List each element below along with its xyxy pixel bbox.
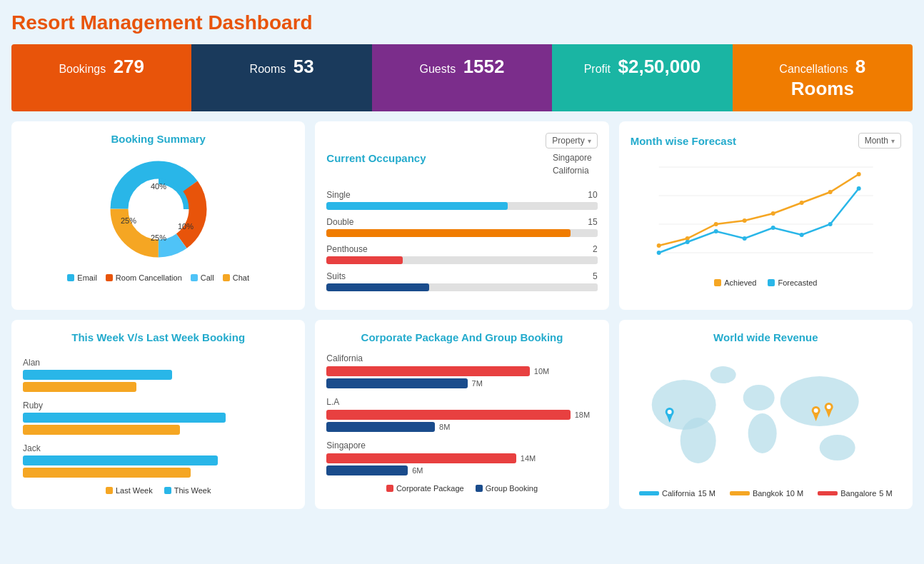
donut-legend: Email Room Cancellation Call Chat [67,273,249,282]
svg-point-20 [856,172,860,176]
world-legend-bangkok-city: Bangkok [753,489,783,498]
corp-california-corp-bar [326,366,529,376]
donut-chart: 40% 25% 10% 25% [101,152,216,266]
svg-point-31 [743,385,774,411]
legend-dot-thisweek [164,487,171,494]
week-booking-title: This Week V/s Last Week Booking [23,331,293,343]
forecast-header: Month wise Forecast Month ▾ [631,133,901,148]
legend-dot-chat [223,274,230,281]
week-lastweek-jack [23,468,191,478]
bar-suits: Suits 5 [326,271,597,291]
week-lastweek-alan [23,382,136,392]
legend-label-chat: Chat [233,273,249,282]
week-thisweek-jack [23,455,218,465]
occupancy-header: Current Occupancy Property ▾ Singapore C… [326,133,597,183]
svg-point-33 [780,376,858,426]
legend-label-group: Group Booking [486,484,538,493]
kpi-rooms: Rooms 53 [191,44,371,111]
svg-point-27 [828,222,832,226]
svg-point-15 [713,222,718,226]
legend-thisweek: This Week [164,486,211,495]
legend-forecasted: Forecasted [768,278,817,287]
world-legend-california-city: California [662,489,695,498]
week-row-jack: Jack [23,443,293,478]
chevron-down-icon-month: ▾ [891,137,895,145]
donut-container: 40% 25% 10% 25% Email Room Cancellation [23,152,293,282]
svg-point-38 [667,410,671,414]
corp-california-corp-value: 10M [534,367,549,376]
svg-point-24 [742,236,746,241]
corp-la-corp-row: 18M [326,410,597,420]
world-legend-bangalore-city: Bangalore [840,489,876,498]
corp-la-group-value: 8M [439,423,450,431]
corporate-card: Corporate Package And Group Booking Cali… [315,320,608,509]
occupancy-title: Current Occupancy [326,152,426,164]
world-legend-bangkok: Bangkok 10 M [730,489,803,498]
corp-la-group-bar [326,422,435,432]
bar-single-label: Single [326,190,350,200]
bar-double-label: Double [326,217,353,227]
kpi-guests: Guests 1552 [372,44,552,111]
svg-point-22 [685,240,689,244]
legend-achieved: Achieved [714,278,756,287]
corp-la-corp-value: 18M [575,411,590,419]
kpi-profit-value: $2,50,000 [618,56,700,77]
corp-la: L.A 18M 8M [326,397,597,432]
kpi-bookings: Bookings 279 [11,44,191,111]
bar-suits-track [326,283,597,291]
bar-single-value: 10 [588,190,597,200]
bar-suits-value: 5 [593,271,598,281]
bar-suits-fill [326,283,429,291]
svg-point-4 [134,184,184,234]
corp-california-corp-row: 10M [326,366,597,376]
svg-point-21 [656,251,661,255]
occupancy-bars: Single 10 Double 15 [326,190,597,291]
world-legend-bar-california [639,491,659,495]
world-map [631,355,901,483]
corp-la-corp-bar [326,410,570,420]
kpi-cancellations: Cancellations 8 Rooms [733,44,913,111]
legend-call: Call [191,273,214,282]
bar-suits-label: Suits [326,271,346,281]
bar-double-fill [326,229,570,237]
svg-point-13 [656,243,661,248]
booking-summary-card: Booking Summary [11,121,305,310]
corp-singapore-label: Singapore [326,440,597,450]
week-legend: Last Week This Week [23,486,293,495]
svg-point-28 [856,186,860,191]
legend-dot-achieved [714,279,721,286]
kpi-guests-value: 1552 [463,56,505,77]
month-dropdown[interactable]: Month ▾ [858,133,901,148]
property-option-california[interactable]: California [547,164,598,177]
legend-dot-forecasted [768,279,775,286]
kpi-bar: Bookings 279 Rooms 53 Guests 1552 Profit… [11,44,913,111]
svg-text:25%: 25% [151,233,166,242]
world-legend-bangalore: Bangalore 5 M [818,489,893,498]
legend-chat: Chat [223,273,249,282]
week-bars-jack [23,455,293,478]
corp-singapore-group-row: 6M [326,465,597,475]
world-legend-bangalore-value: 5 M [879,489,892,498]
svg-point-30 [680,418,715,463]
property-dropdown[interactable]: Property ▾ [546,133,597,148]
svg-text:10%: 10% [178,222,194,231]
month-dropdown-label: Month [865,136,888,146]
svg-point-32 [748,413,776,453]
svg-point-26 [799,233,803,237]
world-legend-bar-bangkok [730,491,750,495]
property-dropdown-menu: Singapore California [547,148,598,183]
corp-singapore-group-bar [326,465,408,475]
legend-label-achieved: Achieved [724,278,756,287]
property-option-singapore[interactable]: Singapore [547,151,598,164]
bar-double-value: 15 [588,217,597,227]
world-legend-bangkok-value: 10 M [786,489,803,498]
forecast-title: Month wise Forecast [631,135,736,147]
svg-text:25%: 25% [121,216,136,225]
bottom-grid: This Week V/s Last Week Booking Alan Rub… [11,320,913,509]
corp-la-group-row: 8M [326,422,597,432]
bar-penthouse-label: Penthouse [326,244,367,254]
bar-penthouse-track [326,256,597,264]
corp-california-group-bar [326,378,467,388]
corp-singapore-corp-bar [326,453,516,463]
week-label-ruby: Ruby [23,401,293,411]
